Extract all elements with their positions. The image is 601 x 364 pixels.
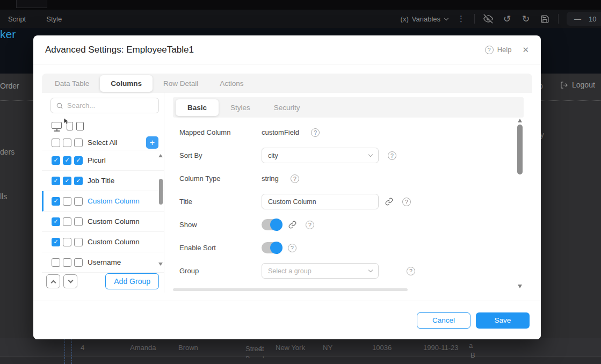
- title-input[interactable]: [262, 194, 379, 209]
- phone-checkbox[interactable]: [63, 156, 71, 165]
- list-scroll-down-arrow[interactable]: [158, 263, 163, 266]
- list-row-job-title[interactable]: Job Title: [42, 171, 164, 191]
- help-button[interactable]: ? Help: [485, 46, 512, 54]
- tab-script[interactable]: Script: [8, 15, 26, 23]
- move-up-button[interactable]: [46, 274, 60, 288]
- add-group-button[interactable]: Add Group: [105, 273, 159, 289]
- sort-by-select[interactable]: city: [262, 148, 379, 163]
- desktop-checkbox[interactable]: [52, 177, 60, 185]
- move-down-button[interactable]: [63, 274, 77, 288]
- link-binding-icon[interactable]: [385, 198, 393, 206]
- save-button[interactable]: Save: [476, 312, 530, 329]
- save-icon[interactable]: [539, 13, 550, 24]
- link-binding-icon[interactable]: [288, 221, 296, 229]
- add-column-button[interactable]: +: [146, 136, 158, 149]
- help-icon[interactable]: ?: [407, 267, 415, 275]
- zoom-value: 10: [589, 15, 596, 23]
- field-column-type: Column Type string ?: [179, 167, 532, 190]
- settings-tab-bar: Basic Styles Security: [173, 97, 524, 118]
- phone-checkbox[interactable]: [63, 139, 71, 147]
- app-logo-partial: ker: [0, 28, 16, 41]
- selected-value: city: [268, 152, 278, 159]
- tab-row-detail[interactable]: Row Detail: [153, 75, 209, 92]
- cell-id: 4: [81, 344, 84, 352]
- phone-checkbox[interactable]: [63, 258, 71, 267]
- modal-tab-bar: Data Table Columns Row Detail Actions: [42, 74, 532, 93]
- desktop-checkbox[interactable]: [52, 238, 60, 246]
- undo-icon[interactable]: ↺: [502, 13, 512, 24]
- list-row-select-all[interactable]: Select All +: [42, 135, 164, 150]
- editor-toolbar: Script Style (x) Variables ⋮ ↺ ↻ — 10: [0, 10, 601, 28]
- redo-icon[interactable]: ↻: [520, 13, 531, 24]
- variables-dropdown[interactable]: (x) Variables: [401, 15, 448, 23]
- row-label: Custom Column: [88, 217, 140, 225]
- modal-body: Select All + Picurl Job Title: [42, 92, 532, 293]
- mouse-cursor: [63, 118, 70, 125]
- tablet-icon[interactable]: [76, 122, 84, 130]
- variables-icon: (x): [401, 15, 409, 23]
- list-scroll-up-arrow[interactable]: [158, 154, 163, 157]
- help-icon[interactable]: ?: [311, 128, 320, 137]
- tablet-checkbox[interactable]: [74, 258, 83, 267]
- phone-checkbox[interactable]: [63, 217, 71, 226]
- tab-security[interactable]: Security: [262, 99, 312, 116]
- field-label: Enable Sort: [179, 244, 262, 252]
- desktop-checkbox[interactable]: [52, 139, 60, 147]
- list-row-username[interactable]: Username: [42, 252, 164, 273]
- search-input[interactable]: [67, 101, 154, 110]
- row-label: Custom Column: [88, 197, 140, 205]
- form-horizontal-scrollbar[interactable]: [173, 288, 408, 291]
- help-icon[interactable]: ?: [402, 198, 411, 206]
- desktop-checkbox[interactable]: [52, 197, 60, 206]
- sidebar-partial-lls: lls: [0, 192, 7, 201]
- field-label: Group: [179, 267, 262, 275]
- desktop-checkbox[interactable]: [52, 217, 60, 226]
- row-label: Job Title: [88, 177, 114, 185]
- tablet-checkbox[interactable]: [74, 139, 83, 147]
- tablet-checkbox[interactable]: [74, 238, 83, 246]
- tablet-checkbox[interactable]: [74, 217, 83, 226]
- tablet-checkbox[interactable]: [74, 156, 83, 165]
- zoom-control[interactable]: — 10: [567, 12, 601, 26]
- preview-eye-off-icon[interactable]: [483, 13, 494, 24]
- list-row-custom-column-selected[interactable]: Custom Column: [42, 191, 164, 212]
- tablet-checkbox[interactable]: [74, 177, 83, 185]
- tab-styles[interactable]: Styles: [219, 99, 262, 116]
- group-select[interactable]: Select a group: [262, 263, 379, 279]
- tab-basic[interactable]: Basic: [176, 99, 219, 116]
- help-icon[interactable]: ?: [388, 151, 396, 160]
- zoom-out-button[interactable]: —: [574, 15, 581, 23]
- show-toggle[interactable]: [262, 219, 282, 230]
- tab-style[interactable]: Style: [46, 15, 62, 23]
- phone-checkbox[interactable]: [63, 238, 71, 246]
- list-row-custom-column[interactable]: Custom Column: [42, 212, 164, 232]
- tab-actions[interactable]: Actions: [209, 75, 254, 92]
- select-placeholder: Select a group: [268, 267, 312, 275]
- cancel-button[interactable]: Cancel: [417, 312, 470, 329]
- form-scrollbar-thumb[interactable]: [517, 125, 523, 174]
- list-footer: Add Group: [46, 273, 159, 289]
- scroll-up-arrow[interactable]: [518, 119, 522, 122]
- kebab-menu-icon[interactable]: ⋮: [456, 14, 466, 24]
- phone-checkbox[interactable]: [63, 177, 71, 185]
- tab-columns[interactable]: Columns: [100, 75, 153, 92]
- list-row-custom-column[interactable]: Custom Column: [42, 232, 164, 252]
- row-label: Select All: [88, 139, 118, 147]
- table-footer-dimmed: [0, 358, 601, 364]
- help-icon[interactable]: ?: [288, 244, 296, 252]
- desktop-checkbox[interactable]: [52, 258, 60, 267]
- phone-checkbox[interactable]: [63, 197, 71, 206]
- desktop-checkbox[interactable]: [52, 156, 60, 165]
- list-scrollbar-thumb[interactable]: [159, 179, 163, 205]
- desktop-icon[interactable]: [52, 122, 62, 129]
- close-icon[interactable]: ✕: [522, 45, 529, 55]
- help-icon[interactable]: ?: [291, 174, 299, 183]
- list-row-picurl[interactable]: Picurl: [42, 150, 164, 171]
- nav-item-order: Order: [0, 82, 19, 90]
- enable-sort-toggle[interactable]: [262, 242, 282, 253]
- scroll-down-arrow[interactable]: [518, 285, 522, 288]
- tab-data-table[interactable]: Data Table: [44, 75, 100, 92]
- field-label: Title: [179, 198, 262, 206]
- tablet-checkbox[interactable]: [74, 197, 83, 206]
- help-icon[interactable]: ?: [306, 221, 314, 229]
